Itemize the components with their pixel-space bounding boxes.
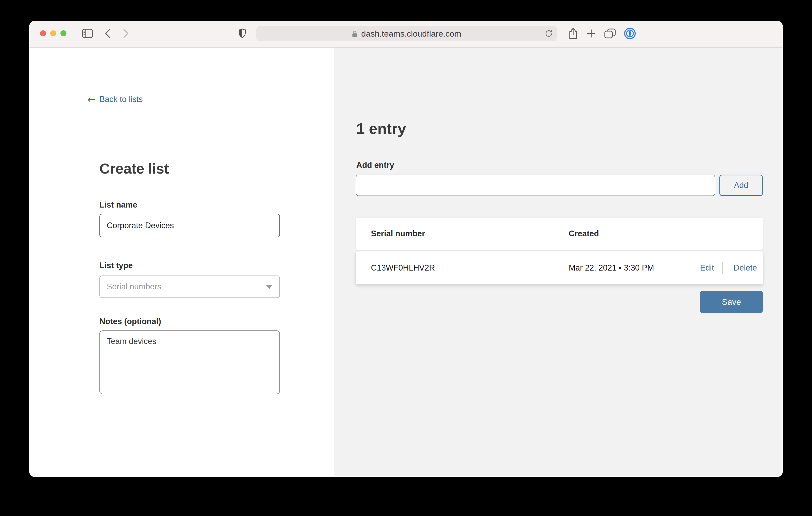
zoom-window-button[interactable] (60, 30, 66, 36)
onepassword-extension-button[interactable] (624, 27, 636, 40)
url-text: dash.teams.cloudflare.com (361, 29, 461, 39)
row-created: Mar 22, 2021 • 3:30 PM (569, 251, 654, 284)
lock-icon (352, 30, 357, 38)
new-tab-button[interactable] (585, 27, 598, 40)
new-tab-icon (587, 29, 596, 38)
row-serial-number: C13WF0HLHV2R (371, 251, 435, 284)
browser-window: dash.teams.cloudflare.com (29, 21, 783, 477)
add-button[interactable]: Add (719, 175, 763, 196)
forward-icon (123, 29, 129, 38)
back-to-lists-label: Back to lists (99, 95, 143, 104)
edit-link[interactable]: Edit (700, 251, 714, 284)
url-bar[interactable]: dash.teams.cloudflare.com (256, 26, 557, 41)
refresh-icon (544, 29, 553, 38)
back-button[interactable] (101, 27, 114, 40)
refresh-button[interactable] (544, 29, 554, 38)
back-to-lists-link[interactable]: ← Back to lists (87, 95, 143, 104)
sidebar-toggle-icon (82, 29, 93, 38)
traffic-lights (40, 30, 66, 36)
back-icon (105, 29, 111, 38)
actions-divider (723, 262, 723, 274)
list-name-input[interactable] (99, 214, 280, 237)
sidebar-toggle-button[interactable] (81, 27, 94, 40)
table-row: C13WF0HLHV2R Mar 22, 2021 • 3:30 PM Edit… (356, 251, 763, 284)
dropdown-caret-icon (266, 285, 272, 289)
shield-icon (238, 28, 246, 39)
share-icon (569, 27, 578, 39)
create-list-panel: ← Back to lists Create list List name Li… (29, 48, 334, 477)
add-entry-input[interactable] (356, 175, 715, 196)
delete-link[interactable]: Delete (733, 251, 757, 284)
notes-textarea[interactable]: Team devices (99, 330, 280, 394)
list-type-select[interactable]: Serial numbers (99, 275, 280, 298)
close-window-button[interactable] (40, 30, 46, 36)
column-header-serial-number: Serial number (371, 218, 425, 250)
list-type-label: List type (99, 261, 133, 270)
tab-overview-icon (604, 28, 616, 39)
minimize-window-button[interactable] (50, 30, 56, 36)
entries-heading: 1 entry (356, 120, 406, 137)
content-blocker-shield-button[interactable] (236, 27, 249, 40)
entries-panel: 1 entry Add entry Add Serial number Crea… (334, 48, 783, 477)
tab-overview-button[interactable] (604, 27, 616, 40)
notes-label: Notes (optional) (99, 317, 161, 326)
column-header-created: Created (569, 218, 599, 250)
entries-table-header: Serial number Created (356, 218, 763, 250)
list-type-placeholder: Serial numbers (107, 282, 266, 292)
share-button[interactable] (567, 27, 579, 40)
add-entry-label: Add entry (356, 160, 394, 170)
back-arrow-icon: ← (87, 95, 95, 103)
save-button[interactable]: Save (700, 291, 763, 313)
forward-button[interactable] (120, 27, 133, 40)
page-title: Create list (99, 160, 169, 177)
browser-toolbar: dash.teams.cloudflare.com (29, 21, 783, 48)
list-name-label: List name (99, 200, 137, 210)
onepassword-icon (624, 27, 636, 39)
